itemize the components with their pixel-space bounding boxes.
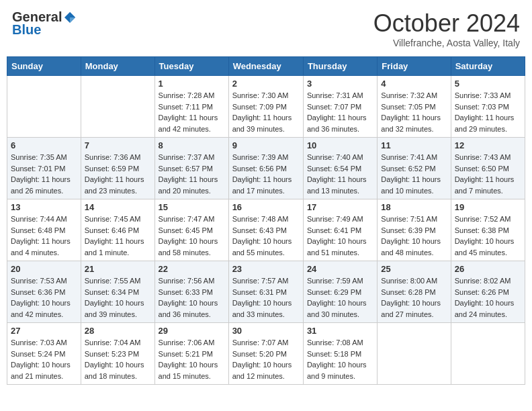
day-number: 26 bbox=[455, 264, 521, 274]
sunset-text: Sunset: 5:24 PM bbox=[11, 350, 65, 358]
day-number: 4 bbox=[381, 79, 447, 89]
calendar-cell: 27 Sunrise: 7:03 AM Sunset: 5:24 PM Dayl… bbox=[7, 323, 81, 385]
sunrise-text: Sunrise: 8:02 AM bbox=[455, 277, 511, 285]
sunrise-text: Sunrise: 7:31 AM bbox=[307, 91, 363, 99]
sunrise-text: Sunrise: 7:56 AM bbox=[159, 277, 215, 285]
sunset-text: Sunset: 7:01 PM bbox=[11, 165, 65, 173]
calendar-cell: 24 Sunrise: 7:59 AM Sunset: 6:29 PM Dayl… bbox=[303, 261, 377, 323]
calendar-week-4: 20 Sunrise: 7:53 AM Sunset: 6:36 PM Dayl… bbox=[7, 261, 525, 323]
day-info: Sunrise: 7:04 AM Sunset: 5:23 PM Dayligh… bbox=[85, 337, 151, 381]
sunset-text: Sunset: 6:52 PM bbox=[381, 165, 435, 173]
day-info: Sunrise: 7:06 AM Sunset: 5:21 PM Dayligh… bbox=[159, 337, 225, 381]
sunrise-text: Sunrise: 7:36 AM bbox=[85, 153, 141, 161]
sunrise-text: Sunrise: 7:41 AM bbox=[381, 153, 437, 161]
day-number: 9 bbox=[232, 140, 300, 150]
sunset-text: Sunset: 6:50 PM bbox=[455, 165, 509, 173]
daylight-text: Daylight: 11 hours and 13 minutes. bbox=[307, 175, 367, 195]
sunrise-text: Sunrise: 7:52 AM bbox=[455, 215, 511, 223]
calendar-cell: 13 Sunrise: 7:44 AM Sunset: 6:48 PM Dayl… bbox=[7, 199, 81, 261]
day-info: Sunrise: 7:51 AM Sunset: 6:39 PM Dayligh… bbox=[381, 214, 447, 258]
calendar-cell: 10 Sunrise: 7:40 AM Sunset: 6:54 PM Dayl… bbox=[303, 138, 377, 199]
day-number: 30 bbox=[232, 326, 300, 336]
calendar-cell: 11 Sunrise: 7:41 AM Sunset: 6:52 PM Dayl… bbox=[378, 138, 451, 199]
calendar-cell: 14 Sunrise: 7:45 AM Sunset: 6:46 PM Dayl… bbox=[81, 199, 154, 261]
day-number: 12 bbox=[455, 140, 521, 150]
sunrise-text: Sunrise: 7:47 AM bbox=[159, 215, 215, 223]
weekday-header-monday: Monday bbox=[81, 57, 154, 76]
calendar-cell: 2 Sunrise: 7:30 AM Sunset: 7:09 PM Dayli… bbox=[228, 76, 303, 138]
weekday-header-friday: Friday bbox=[378, 57, 451, 76]
day-number: 6 bbox=[11, 140, 77, 150]
sunset-text: Sunset: 6:39 PM bbox=[381, 226, 435, 234]
daylight-text: Daylight: 10 hours and 58 minutes. bbox=[159, 237, 218, 257]
day-number: 5 bbox=[455, 79, 521, 89]
logo-icon bbox=[63, 11, 77, 24]
sunrise-text: Sunrise: 7:37 AM bbox=[159, 153, 215, 161]
daylight-text: Daylight: 10 hours and 24 minutes. bbox=[455, 299, 515, 318]
sunset-text: Sunset: 6:54 PM bbox=[307, 165, 361, 173]
daylight-text: Daylight: 11 hours and 10 minutes. bbox=[381, 175, 441, 195]
sunset-text: Sunset: 6:33 PM bbox=[159, 288, 213, 296]
sunrise-text: Sunrise: 7:48 AM bbox=[232, 215, 289, 223]
day-info: Sunrise: 8:02 AM Sunset: 6:26 PM Dayligh… bbox=[455, 275, 521, 320]
sunrise-text: Sunrise: 7:39 AM bbox=[232, 153, 289, 161]
daylight-text: Daylight: 10 hours and 30 minutes. bbox=[307, 299, 367, 318]
daylight-text: Daylight: 11 hours and 39 minutes. bbox=[232, 113, 292, 133]
location-subtitle: Villefranche, Aosta Valley, Italy bbox=[373, 38, 520, 48]
calendar-week-1: 1 Sunrise: 7:28 AM Sunset: 7:11 PM Dayli… bbox=[7, 76, 525, 138]
day-number: 31 bbox=[307, 326, 373, 336]
daylight-text: Daylight: 11 hours and 23 minutes. bbox=[85, 175, 144, 195]
daylight-text: Daylight: 10 hours and 55 minutes. bbox=[232, 237, 292, 257]
calendar-cell: 25 Sunrise: 8:00 AM Sunset: 6:28 PM Dayl… bbox=[378, 261, 451, 323]
sunset-text: Sunset: 6:45 PM bbox=[159, 226, 213, 234]
sunrise-text: Sunrise: 7:28 AM bbox=[159, 91, 215, 99]
logo-text-blue: Blue bbox=[12, 22, 41, 38]
calendar-cell: 3 Sunrise: 7:31 AM Sunset: 7:07 PM Dayli… bbox=[303, 76, 377, 138]
day-info: Sunrise: 7:52 AM Sunset: 6:38 PM Dayligh… bbox=[455, 214, 521, 258]
svg-marker-1 bbox=[70, 12, 75, 17]
sunrise-text: Sunrise: 7:30 AM bbox=[232, 91, 289, 99]
day-number: 29 bbox=[159, 326, 225, 336]
day-info: Sunrise: 7:55 AM Sunset: 6:34 PM Dayligh… bbox=[85, 275, 151, 320]
day-info: Sunrise: 7:07 AM Sunset: 5:20 PM Dayligh… bbox=[232, 337, 300, 381]
day-info: Sunrise: 7:28 AM Sunset: 7:11 PM Dayligh… bbox=[159, 90, 225, 134]
weekday-header-tuesday: Tuesday bbox=[154, 57, 228, 76]
daylight-text: Daylight: 10 hours and 18 minutes. bbox=[85, 361, 144, 380]
sunrise-text: Sunrise: 7:51 AM bbox=[381, 215, 437, 223]
sunset-text: Sunset: 6:41 PM bbox=[307, 226, 361, 234]
sunrise-text: Sunrise: 7:04 AM bbox=[85, 338, 141, 347]
day-number: 10 bbox=[307, 140, 373, 150]
sunset-text: Sunset: 6:38 PM bbox=[455, 226, 509, 234]
calendar-cell bbox=[81, 76, 154, 138]
calendar-cell: 9 Sunrise: 7:39 AM Sunset: 6:56 PM Dayli… bbox=[228, 138, 303, 199]
sunrise-text: Sunrise: 7:53 AM bbox=[11, 277, 67, 285]
calendar-week-2: 6 Sunrise: 7:35 AM Sunset: 7:01 PM Dayli… bbox=[7, 138, 525, 199]
daylight-text: Daylight: 11 hours and 29 minutes. bbox=[455, 113, 515, 133]
day-info: Sunrise: 7:47 AM Sunset: 6:45 PM Dayligh… bbox=[159, 214, 225, 258]
calendar-cell: 30 Sunrise: 7:07 AM Sunset: 5:20 PM Dayl… bbox=[228, 323, 303, 385]
day-info: Sunrise: 7:35 AM Sunset: 7:01 PM Dayligh… bbox=[11, 152, 77, 196]
sunset-text: Sunset: 6:57 PM bbox=[159, 165, 213, 173]
day-number: 14 bbox=[85, 202, 151, 212]
daylight-text: Daylight: 10 hours and 12 minutes. bbox=[232, 361, 292, 380]
calendar-cell: 29 Sunrise: 7:06 AM Sunset: 5:21 PM Dayl… bbox=[154, 323, 228, 385]
calendar-cell: 23 Sunrise: 7:57 AM Sunset: 6:31 PM Dayl… bbox=[228, 261, 303, 323]
sunrise-text: Sunrise: 7:32 AM bbox=[381, 91, 437, 99]
day-number: 3 bbox=[307, 79, 373, 89]
day-number: 7 bbox=[85, 140, 151, 150]
daylight-text: Daylight: 11 hours and 17 minutes. bbox=[232, 175, 292, 195]
day-info: Sunrise: 7:44 AM Sunset: 6:48 PM Dayligh… bbox=[11, 214, 77, 258]
day-number: 25 bbox=[381, 264, 447, 274]
weekday-header-wednesday: Wednesday bbox=[228, 57, 303, 76]
day-info: Sunrise: 7:56 AM Sunset: 6:33 PM Dayligh… bbox=[159, 275, 225, 320]
calendar-cell: 22 Sunrise: 7:56 AM Sunset: 6:33 PM Dayl… bbox=[154, 261, 228, 323]
calendar-cell: 16 Sunrise: 7:48 AM Sunset: 6:43 PM Dayl… bbox=[228, 199, 303, 261]
day-info: Sunrise: 7:37 AM Sunset: 6:57 PM Dayligh… bbox=[159, 152, 225, 196]
day-info: Sunrise: 7:45 AM Sunset: 6:46 PM Dayligh… bbox=[85, 214, 151, 258]
weekday-header-saturday: Saturday bbox=[451, 57, 525, 76]
sunset-text: Sunset: 6:36 PM bbox=[11, 288, 65, 296]
day-number: 1 bbox=[159, 79, 225, 89]
sunset-text: Sunset: 6:29 PM bbox=[307, 288, 361, 296]
sunset-text: Sunset: 6:31 PM bbox=[232, 288, 287, 296]
day-number: 17 bbox=[307, 202, 373, 212]
